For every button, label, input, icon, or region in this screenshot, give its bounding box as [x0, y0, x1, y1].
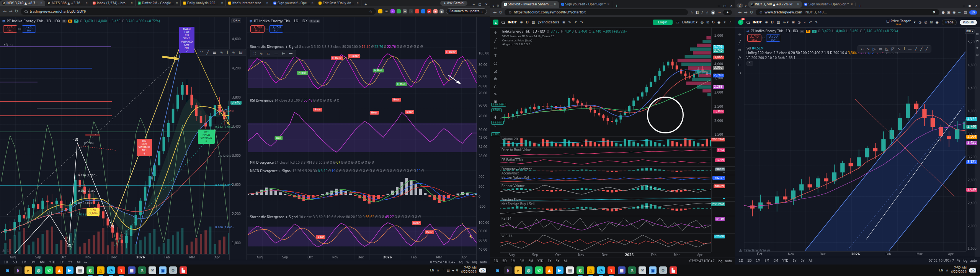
- stoch2-canvas[interactable]: [248, 220, 477, 253]
- undo-icon[interactable]: ↶: [809, 20, 812, 24]
- drawing-tool-icon[interactable]: ◺: [885, 47, 889, 51]
- back-icon[interactable]: ←: [3, 9, 7, 14]
- drawing-tool-icon[interactable]: Ⅰ: [904, 47, 905, 51]
- drawing-tool-icon[interactable]: ✛: [738, 32, 741, 36]
- drawing-tool-icon[interactable]: ⊢: [282, 51, 285, 56]
- toolbar-icon[interactable]: ☆: [690, 10, 693, 14]
- tab-close-icon[interactable]: ✕: [85, 2, 88, 5]
- taskbar-app-icon[interactable]: ◍: [35, 266, 42, 274]
- taskbar-app-icon[interactable]: ▣: [159, 266, 167, 274]
- overlay-indicator-label[interactable]: Alligator 13 8 8 5 5 3: [502, 43, 554, 47]
- symbol-search[interactable]: INDY: [508, 20, 517, 24]
- pane2-time-axis[interactable]: AugSepOctNovDec2026FebMarApr: [247, 255, 477, 260]
- tv2-time-axis[interactable]: OctNovDec2026FebMarApr: [744, 251, 966, 256]
- timeframe-button[interactable]: 5Y: [555, 260, 560, 263]
- extension-icon[interactable]: ♪: [409, 9, 413, 13]
- notification-count[interactable]: 25: [479, 268, 486, 273]
- extension-icon[interactable]: [415, 9, 419, 13]
- buy-button[interactable]: 3,750 BUY: [269, 25, 283, 33]
- taskbar-clock[interactable]: 7:52 AM4/22/2026: [951, 266, 967, 274]
- taskbar-app-icon[interactable]: X: [138, 266, 146, 274]
- price-target-checkbox[interactable]: ▢ Price TargetSave: [886, 20, 911, 25]
- taskbar-app-icon[interactable]: ◔: [597, 266, 605, 274]
- volume-row[interactable]: Vol 84.51M: [746, 47, 763, 50]
- scale-toggle[interactable]: auto: [725, 260, 732, 263]
- drawing-tool-icon[interactable]: ∷: [253, 51, 256, 56]
- stockbit-bandar-canvas[interactable]: [500, 184, 711, 196]
- indicators-icon[interactable]: ∿ ▾: [783, 20, 789, 24]
- scale-toggle[interactable]: auto: [970, 259, 977, 263]
- browser-tab[interactable]: M Inbox (7,574) - broadan ✕: [90, 0, 136, 6]
- tray-icon[interactable]: ⚲: [456, 269, 458, 272]
- stockbit-foreignflow-canvas[interactable]: [500, 198, 711, 201]
- drawing-tool-icon[interactable]: ◸: [892, 47, 895, 51]
- clock[interactable]: 07:52:47 UTC+7: [689, 260, 715, 263]
- tab-close-icon[interactable]: ✕: [311, 2, 314, 5]
- buy-button[interactable]: 3,750 BUY: [766, 34, 780, 42]
- timeframe-button[interactable]: 3M: [30, 261, 36, 264]
- taskbar-app-icon[interactable]: ◗: [504, 266, 512, 274]
- toolbar-icon[interactable]: ●: [942, 10, 945, 14]
- extension-icon[interactable]: [397, 9, 401, 13]
- drawing-tool-icon[interactable]: ╱: [915, 47, 917, 51]
- drawing-tool-icon[interactable]: ∿: [866, 47, 869, 51]
- drawing-tool-icon[interactable]: ∿: [232, 50, 235, 54]
- indicators-button[interactable]: ƒx Indicators: [538, 20, 559, 24]
- compare-icon[interactable]: ⇄: [250, 19, 253, 23]
- drawing-tool-icon[interactable]: ∿: [260, 51, 263, 56]
- chart-type-icon[interactable]: ▥: [777, 20, 780, 24]
- tab-close-icon[interactable]: ✕: [266, 2, 268, 5]
- panel-toggle-icon[interactable]: ▭: [676, 20, 679, 24]
- pane2-legend[interactable]: ⇄ PT Indika Energy Tbk · 1D · IDX ≡ ⊘ ◉: [250, 19, 320, 23]
- lock-icon[interactable]: ⊙: [508, 10, 511, 14]
- language-indicator[interactable]: EN: [939, 269, 943, 272]
- reload-icon[interactable]: ↻: [15, 9, 18, 14]
- sell-button[interactable]: 3,740 SELL: [3, 25, 17, 33]
- scale-toggle[interactable]: log: [963, 259, 967, 263]
- browser-tab[interactable]: ▣ Sign yourself - OpenSign™ ✕: [559, 1, 612, 8]
- taskbar-app-icon[interactable]: Y: [608, 266, 615, 274]
- drawing-tool-icon[interactable]: ▷: [873, 47, 876, 51]
- drawing-tool-icon[interactable]: ╱: [738, 40, 741, 44]
- tab-close-icon[interactable]: ✕: [851, 3, 853, 6]
- site-info-icon[interactable]: [24, 10, 28, 13]
- tv2-legend[interactable]: ⇄ PT Indika Energy Tbk · 1D · IDX ≡ D ◔ …: [746, 30, 899, 33]
- pane1-time-axis[interactable]: AugSepOctNovDec2026FebMarApr: [0, 255, 230, 260]
- browser-tab[interactable]: S Stockbit - Investasi Saham Bersam ✕: [501, 1, 559, 8]
- scale-toggle[interactable]: %: [957, 259, 960, 263]
- drawing-tool-icon[interactable]: ╱: [926, 47, 928, 51]
- browser-tab[interactable]: ! Daily Analysis 2026040 ✕: [181, 0, 226, 6]
- taskbar-app-icon[interactable]: ▶: [66, 266, 74, 274]
- toolbar-icon[interactable]: ◎: [701, 20, 704, 24]
- timeframe-button[interactable]: 1M: [755, 259, 761, 263]
- new-tab-button[interactable]: +: [856, 4, 864, 8]
- extension-icon[interactable]: ↓: [390, 9, 395, 13]
- timeframe-button[interactable]: 1M: [510, 260, 516, 263]
- taskbar-app-icon[interactable]: Y: [118, 266, 125, 274]
- toolbar-icon[interactable]: ◧: [696, 10, 699, 14]
- stockbit-netforeign-canvas[interactable]: [500, 202, 711, 215]
- tab-close-icon[interactable]: ✕: [797, 3, 799, 6]
- drawing-tool-icon[interactable]: ▤: [239, 50, 242, 54]
- extension-icon[interactable]: ◉: [433, 9, 438, 13]
- add-symbol-icon[interactable]: ⊕: [520, 20, 523, 24]
- drawing-tool-icon[interactable]: ∷: [200, 50, 203, 54]
- stockbit-time-axis[interactable]: AugSepOctNovDec2026FebMarApr: [500, 252, 711, 257]
- tab-close-icon[interactable]: ✕: [221, 2, 223, 5]
- stockbit-banker-canvas[interactable]: [500, 176, 711, 182]
- drawing-tool-icon[interactable]: —: [908, 47, 912, 51]
- notification-count[interactable]: 25: [969, 268, 976, 273]
- save-link[interactable]: Save: [886, 23, 911, 25]
- scale-toggle[interactable]: auto: [480, 261, 487, 264]
- compare-icon[interactable]: ⇄: [2, 19, 5, 23]
- pane1-legend[interactable]: ⇄ PT Indika Energy Tbk · 1D · IDX ≡ D ◔ …: [2, 19, 161, 23]
- scale-toggle[interactable]: adj: [459, 261, 463, 264]
- timeframe-button[interactable]: 6M: [39, 261, 46, 264]
- scale-toggle[interactable]: log: [718, 260, 722, 263]
- timeframe-button[interactable]: All: [808, 259, 813, 263]
- taskbar-app-icon[interactable]: ⚙: [169, 266, 177, 274]
- sell-button[interactable]: 3,740 SELL: [747, 34, 761, 42]
- back-icon[interactable]: ←: [738, 10, 742, 15]
- scale-toggle[interactable]: %: [466, 261, 469, 264]
- window-control-button[interactable]: ─: [473, 3, 475, 6]
